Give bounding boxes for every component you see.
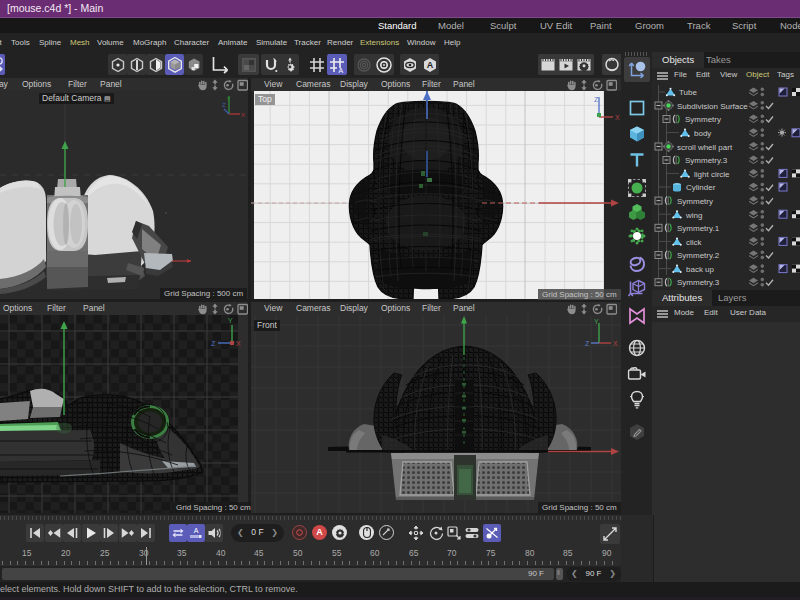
svg-text:X: X	[241, 112, 245, 118]
svg-text:X: X	[613, 340, 618, 347]
svg-text:Symmetry: Symmetry	[677, 197, 713, 206]
svg-text:click: click	[686, 238, 703, 247]
svg-text:Symmetry: Symmetry	[685, 115, 721, 124]
svg-text:wing: wing	[685, 211, 702, 220]
svg-text:Y: Y	[228, 317, 233, 324]
svg-text:Tube: Tube	[679, 88, 697, 97]
svg-text:Z: Z	[211, 340, 216, 347]
svg-text:X: X	[236, 340, 241, 347]
svg-text:Z: Z	[585, 340, 590, 347]
svg-text:Z: Z	[594, 96, 599, 103]
svg-text:light circle: light circle	[694, 170, 730, 179]
svg-text:back up: back up	[686, 265, 715, 274]
svg-text:Symmetry.3: Symmetry.3	[685, 156, 728, 165]
svg-text:X: X	[615, 114, 620, 121]
svg-text:A: A	[194, 527, 199, 534]
svg-text:Y: Y	[227, 96, 231, 102]
svg-text:Symmetry.1: Symmetry.1	[677, 224, 720, 233]
svg-text:Z: Z	[222, 102, 226, 108]
svg-text:A: A	[339, 66, 344, 73]
svg-text:body: body	[694, 129, 711, 138]
svg-text:Cylinder: Cylinder	[686, 183, 716, 192]
svg-text:Symmetry.2: Symmetry.2	[677, 251, 720, 260]
svg-text:Y: Y	[594, 318, 599, 325]
svg-text:scroll whell part: scroll whell part	[677, 143, 733, 152]
svg-text:Symmetry.3: Symmetry.3	[677, 278, 720, 287]
svg-text:Subdivision Surface: Subdivision Surface	[677, 102, 748, 111]
svg-text:A: A	[426, 60, 433, 70]
